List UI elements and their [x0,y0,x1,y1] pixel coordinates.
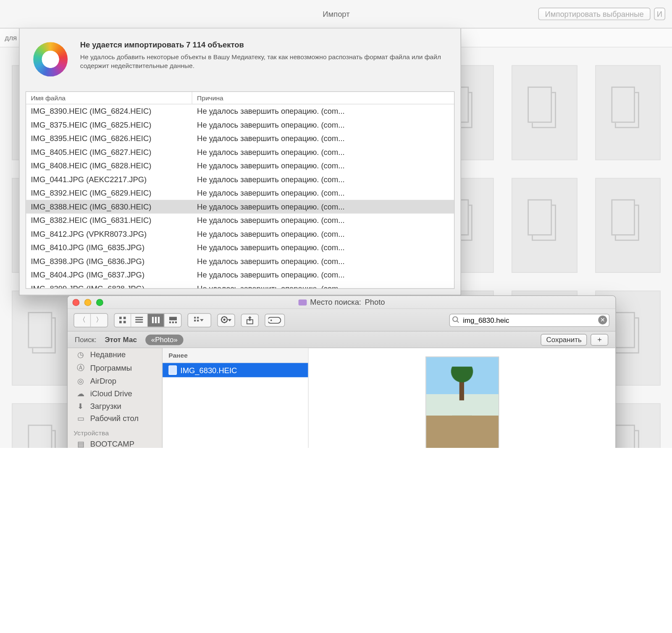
view-mode-segment [114,313,181,327]
tags-button[interactable] [265,314,285,327]
error-row-reason: Не удалось завершить операцию. (com... [192,118,454,131]
sidebar-item-label: AirDrop [90,377,116,385]
arrange-button[interactable] [188,314,211,327]
scope-photo[interactable]: «Photo» [145,334,184,345]
preview-thumbnail [425,356,499,448]
add-rule-button[interactable]: ＋ [591,334,608,345]
photos-title: Импорт [323,10,349,18]
error-row-file: IMG_8390.HEIC (IMG_6824.HEIC) [26,105,192,118]
error-row[interactable]: IMG_8388.HEIC (IMG_6830.HEIC)Не удалось … [26,200,454,213]
error-row-reason: Не удалось завершить операцию. (com... [192,200,454,213]
heic-file-icon [168,365,177,375]
svg-line-23 [457,321,459,322]
arrange-segment [188,313,212,327]
window-close-button[interactable] [72,298,79,306]
finder-title-name: Photo [365,298,385,306]
error-row-file: IMG_0441.JPG (AEKC2217.JPG) [26,173,192,186]
clock-icon: ◷ [76,350,86,359]
photos-toolbar: Импорт Импортировать выбранные И [0,0,672,29]
svg-rect-14 [194,316,196,318]
error-row-file: IMG_8410.JPG (IMG_6835.JPG) [26,241,192,254]
svg-rect-17 [197,319,199,321]
error-row[interactable]: IMG_8382.HEIC (IMG_6831.HEIC)Не удалось … [26,214,454,227]
error-row[interactable]: IMG_8408.HEIC (IMG_6828.HEIC)Не удалось … [26,159,454,173]
svg-rect-8 [155,317,157,324]
column-group-title: Ранее [163,348,308,363]
svg-rect-2 [119,321,122,323]
error-row[interactable]: IMG_8405.HEIC (IMG_6827.HEIC)Не удалось … [26,145,454,159]
sidebar-item[interactable]: ☁iCloud Drive [68,387,162,400]
error-row-file: IMG_8388.HEIC (IMG_6830.HEIC) [26,200,192,213]
hdd-icon: ▤ [76,439,86,448]
download-icon: ⬇ [76,402,86,411]
save-search-button[interactable]: Сохранить [541,334,587,345]
view-gallery-button[interactable] [164,314,181,327]
svg-rect-4 [135,317,143,318]
error-row[interactable]: IMG_8395.HEIC (IMG_6826.HEIC)Не удалось … [26,132,454,145]
share-button[interactable] [241,314,259,327]
error-row[interactable]: IMG_8392.HEIC (IMG_6829.HEIC)Не удалось … [26,186,454,200]
column-item-selected[interactable]: IMG_6830.HEIC [163,363,308,377]
error-row-reason: Не удалось завершить операцию. (com... [192,173,454,186]
error-row-file: IMG_8412.JPG (VPKR8073.JPG) [26,227,192,241]
sidebar-item[interactable]: ⬇Загрузки [68,400,162,412]
error-row[interactable]: IMG_8390.HEIC (IMG_6824.HEIC)Не удалось … [26,105,454,118]
window-zoom-button[interactable] [96,298,103,306]
dialog-message: Не удалось добавить некоторые объекты в … [80,53,449,71]
sidebar-item[interactable]: ◎AirDrop [68,375,162,387]
error-row[interactable]: IMG_8375.HEIC (IMG_6825.HEIC)Не удалось … [26,118,454,131]
view-list-button[interactable] [131,314,148,327]
finder-title-prefix: Место поиска: [310,298,361,306]
import-selected-button[interactable]: Импортировать выбранные [538,8,650,20]
svg-rect-1 [123,317,126,319]
svg-rect-7 [152,317,154,324]
import-all-button-cut[interactable]: И [654,8,665,20]
error-row[interactable]: IMG_8398.JPG (IMG_6836.JPG)Не удалось за… [26,254,454,268]
svg-rect-15 [197,316,199,318]
scope-this-mac[interactable]: Этот Мас [102,334,139,345]
sidebar-item-label: Недавние [90,350,126,359]
finder-column-1: Ранее IMG_6830.HEIC [163,348,309,448]
error-row-reason: Не удалось завершить операцию. (com... [192,254,454,268]
view-columns-button[interactable] [148,314,165,327]
error-row-file: IMG_8405.HEIC (IMG_6827.HEIC) [26,145,192,159]
svg-rect-12 [172,322,173,323]
error-row[interactable]: IMG_8399.JPG (IMG_6838.JPG)Не удалось за… [26,282,454,288]
error-row-file: IMG_8382.HEIC (IMG_6831.HEIC) [26,214,192,227]
finder-sidebar: ◷НедавниеⒶПрограммы◎AirDrop☁iCloud Drive… [68,348,163,448]
finder-titlebar[interactable]: Место поиска: Photo [68,296,615,309]
sidebar-item[interactable]: ⒶПрограммы [68,361,162,375]
nav-forward-button[interactable]: 〉 [91,314,108,327]
error-row-file: IMG_8398.JPG (IMG_6836.JPG) [26,254,192,268]
nav-back-button[interactable]: 〈 [74,314,91,327]
sidebar-item-label: Загрузки [90,402,121,411]
error-row[interactable]: IMG_8412.JPG (VPKR8073.JPG)Не удалось за… [26,227,454,241]
action-menu-button[interactable] [217,314,235,327]
sidebar-item[interactable]: ◷Недавние [68,348,162,361]
finder-search-input[interactable] [449,314,610,327]
sidebar-item[interactable]: ▭Рабочий стол [68,412,162,425]
error-col-reason[interactable]: Причина [192,92,454,104]
error-row-reason: Не удалось завершить операцию. (com... [192,268,454,282]
svg-rect-3 [123,321,126,323]
svg-rect-13 [175,322,176,323]
error-row-file: IMG_8395.HEIC (IMG_6826.HEIC) [26,132,192,145]
sidebar-item-label: iCloud Drive [90,389,132,398]
sidebar-item[interactable]: ▤BOOTCAMP [68,438,162,448]
finder-window: Место поиска: Photo 〈 〉 [67,296,616,448]
error-row[interactable]: IMG_8404.JPG (IMG_6837.JPG)Не удалось за… [26,268,454,282]
finder-toolbar: 〈 〉 [68,309,615,332]
error-row-file: IMG_8404.JPG (IMG_6837.JPG) [26,268,192,282]
error-row-reason: Не удалось завершить операцию. (com... [192,282,454,288]
search-clear-button[interactable]: ✕ [598,315,607,324]
sidebar-item-label: BOOTCAMP [90,439,134,448]
error-row[interactable]: IMG_8410.JPG (IMG_6835.JPG)Не удалось за… [26,241,454,254]
dialog-heading: Не удается импортировать 7 114 объектов [80,40,449,49]
error-row[interactable]: IMG_0441.JPG (AEKC2217.JPG)Не удалось за… [26,173,454,186]
error-row-reason: Не удалось завершить операцию. (com... [192,214,454,227]
error-row-reason: Не удалось завершить операцию. (com... [192,105,454,118]
error-col-filename[interactable]: Имя файла [26,92,192,104]
error-row-reason: Не удалось завершить операцию. (com... [192,159,454,173]
view-icons-button[interactable] [115,314,131,327]
window-minimize-button[interactable] [84,298,92,306]
